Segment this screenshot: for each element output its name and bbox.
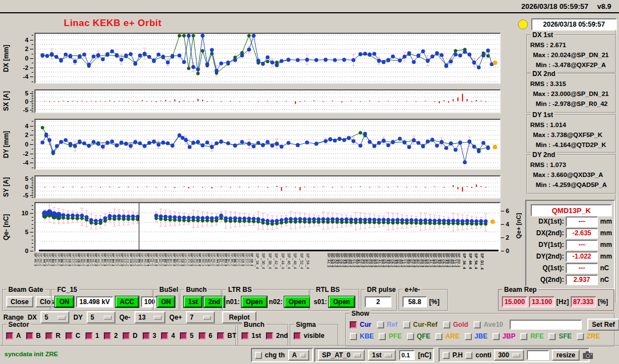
sy-plot[interactable] xyxy=(34,175,501,199)
dx-y-axis-ticks: 420-2-4 xyxy=(13,33,33,84)
dy-plot[interactable] xyxy=(34,119,501,170)
bunch-select-group: Bunch 1st2nd xyxy=(238,324,289,346)
show-checkbox-Ref[interactable]: Ref xyxy=(377,321,397,328)
plot-options-panel: P.H conti 300 resize xyxy=(439,348,590,362)
ph-checkbox[interactable]: P.H xyxy=(442,351,462,359)
show-checkbox-SFE[interactable]: SFE xyxy=(548,332,571,340)
chg-th-dropdown[interactable]: A xyxy=(288,350,309,361)
show-checkbox-JBP[interactable]: JBP xyxy=(492,332,515,340)
sector-checkbox-C[interactable]: C xyxy=(66,332,80,340)
sigma-checkbox-visible[interactable]: visible xyxy=(294,332,324,340)
show-checkbox-Cur[interactable]: Cur xyxy=(350,321,371,328)
fc15-on-button[interactable]: ON xyxy=(55,296,74,307)
range-qeminus-dropdown[interactable]: 13 xyxy=(134,311,165,323)
x-axis-baseline xyxy=(39,250,499,251)
sector-checkbox-4[interactable]: 4 xyxy=(161,332,175,340)
fc15-acc-button[interactable]: ACC xyxy=(115,296,139,307)
snapshot-datetime: 2026/03/18 05:59:57 xyxy=(531,18,617,31)
sx-plot[interactable] xyxy=(34,89,501,113)
camera-icon[interactable] xyxy=(582,351,593,360)
chg-th-checkbox[interactable]: chg th xyxy=(255,351,285,359)
top-datetime: 2026/03/18 05:59:57 xyxy=(521,2,588,11)
sector-checkbox-3[interactable]: 3 xyxy=(143,332,157,340)
checkbox-icon xyxy=(377,321,384,328)
checkbox-icon xyxy=(104,332,111,340)
stats-box-dy-1st: DY 1stRMS : 1.014Max : 3.738@QXF5P_KMin … xyxy=(526,114,616,153)
extra-input[interactable] xyxy=(527,350,549,360)
monitor-value: -2.635 xyxy=(566,228,598,239)
qe-plot[interactable] xyxy=(34,202,501,252)
sector-checkbox-B[interactable]: B xyxy=(26,332,41,340)
threshold-input[interactable] xyxy=(399,350,415,360)
monitor-row: DY(2nd):-1.022mm xyxy=(527,251,612,261)
dropdown-handle-icon xyxy=(300,353,305,357)
show-checkbox-RFE[interactable]: RFE xyxy=(520,332,543,340)
checkbox-icon xyxy=(492,333,500,340)
stat-row: Max : 3.738@QXF5P_K xyxy=(527,130,615,140)
checkbox-icon xyxy=(379,333,386,340)
show-title: Show xyxy=(350,310,371,317)
dy-y-axis-label: DY [mm] xyxy=(1,119,11,170)
checkbox-icon xyxy=(350,333,357,340)
set-ref-button[interactable]: Set Ref xyxy=(587,318,619,331)
show-checkbox-JBE[interactable]: JBE xyxy=(465,332,487,340)
range-qeplus-dropdown[interactable]: 7 xyxy=(186,311,215,323)
checkbox-icon xyxy=(294,332,301,340)
qe-right-axis-label: Qe+ [nC] xyxy=(514,202,523,250)
sector-checkbox-6[interactable]: 6 xyxy=(199,332,213,340)
dropdown-handle-icon xyxy=(154,316,162,320)
stats-box-dy-2nd: DY 2ndRMS : 1.073Max : 3.660@QXD3P_AMin … xyxy=(526,154,616,194)
range-dx-dropdown[interactable]: 5 xyxy=(41,311,69,323)
monitor-panel: QMD13P_K DX(1st):---mmDX(2nd):-2.635mmDY… xyxy=(525,200,615,290)
bunch-checkbox-2nd[interactable]: 2nd xyxy=(266,332,288,340)
dropdown-handle-icon xyxy=(512,353,520,357)
range-qeplus-label: Qe+ xyxy=(169,314,182,321)
stat-row: Min : -2.978@SP_R0_42 xyxy=(527,99,615,109)
checkbox-icon xyxy=(217,332,224,340)
checkbox-icon xyxy=(548,333,556,340)
show-checkbox-PFE[interactable]: PFE xyxy=(379,332,401,340)
dr-pulse-title: DR pulse xyxy=(365,286,397,294)
show-checkbox-KBE[interactable]: KBE xyxy=(350,332,374,340)
status-led-icon xyxy=(518,19,528,29)
status-bar: syncdata init ZRE chg th A SP_AT_0 1st [… xyxy=(0,345,619,364)
bunch-checkbox-1st[interactable]: 1st xyxy=(241,332,261,340)
sector-checkbox-1[interactable]: 1 xyxy=(85,332,99,340)
resize-button[interactable]: resize xyxy=(552,350,580,361)
show-checkbox-Cur-Ref[interactable]: Cur-Ref xyxy=(403,321,437,328)
threshold-unit: [nC] xyxy=(418,351,431,359)
show-checkbox-ZRE[interactable]: ZRE xyxy=(577,332,600,340)
show-checkbox-QFE[interactable]: QFE xyxy=(407,332,431,340)
sector-checkbox-A[interactable]: A xyxy=(6,332,21,340)
dr-pulse-field[interactable]: 2 xyxy=(365,296,391,307)
dx-plot[interactable] xyxy=(34,33,501,84)
monitor-value: --- xyxy=(566,240,598,250)
show-checkbox-ARE[interactable]: ARE xyxy=(435,332,459,340)
bunch-select-dropdown[interactable]: 1st xyxy=(368,350,396,361)
sector-checkbox-R[interactable]: R xyxy=(46,332,61,340)
ltr-bs-title: LTR BS xyxy=(227,286,253,294)
sector-checkbox-5[interactable]: 5 xyxy=(180,332,194,340)
bunch-1st-button[interactable]: 1st xyxy=(184,296,202,307)
ltr-n01-open-button[interactable]: Open xyxy=(241,296,268,307)
stat-row: RMS : 3.315 xyxy=(527,79,615,89)
points-dropdown[interactable]: 300 xyxy=(494,350,524,361)
sector-checkbox-D[interactable]: D xyxy=(123,332,138,340)
sp-select-dropdown[interactable]: SP_AT_0 xyxy=(318,350,365,361)
range-dy-dropdown[interactable]: 5 xyxy=(87,311,115,323)
monitor-row: DX(1st):---mm xyxy=(527,216,612,226)
sector-checkbox-2[interactable]: 2 xyxy=(104,332,118,340)
show-checkbox-Ave10[interactable]: Ave10 xyxy=(474,321,503,328)
rtl-s01-open-button[interactable]: Open xyxy=(329,296,355,307)
show-checkbox-Gold[interactable]: Gold xyxy=(443,321,468,328)
busel-on-button[interactable]: ON xyxy=(157,296,175,307)
ltr-n02-open-button[interactable]: Open xyxy=(284,296,310,307)
chg-th-panel: chg th A xyxy=(251,348,313,362)
qe-y-axis-ticks: 1050 xyxy=(13,202,33,252)
sy-y-axis-label: SY [A] xyxy=(1,175,11,199)
conti-checkbox[interactable]: conti xyxy=(465,351,491,359)
beam-gate-close1-button[interactable]: Close xyxy=(6,296,33,307)
busel-group: BuSel ON xyxy=(153,289,180,311)
set-ref-input[interactable] xyxy=(510,320,582,330)
sector-checkbox-BT[interactable]: BT xyxy=(217,332,236,340)
